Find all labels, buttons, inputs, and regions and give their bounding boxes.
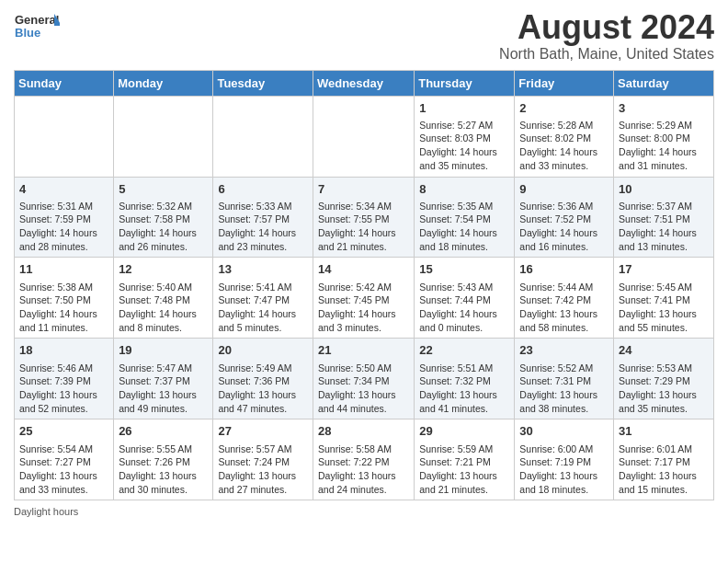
cell-content: Sunrise: 5:44 AM Sunset: 7:42 PM Dayligh… (519, 281, 609, 335)
title-block: August 2024 North Bath, Maine, United St… (499, 9, 714, 63)
cell-content: Sunrise: 5:29 AM Sunset: 8:00 PM Dayligh… (619, 119, 709, 173)
cell-content: Sunrise: 5:32 AM Sunset: 7:58 PM Dayligh… (119, 200, 208, 254)
cell-content: Sunrise: 5:45 AM Sunset: 7:41 PM Dayligh… (619, 281, 709, 335)
day-number: 8 (419, 181, 509, 198)
day-number: 12 (119, 261, 208, 278)
calendar-cell: 31Sunrise: 6:01 AM Sunset: 7:17 PM Dayli… (614, 419, 714, 500)
cell-content: Sunrise: 5:55 AM Sunset: 7:26 PM Dayligh… (119, 442, 208, 497)
cell-content: Sunrise: 5:51 AM Sunset: 7:32 PM Dayligh… (419, 362, 509, 416)
calendar-cell: 8Sunrise: 5:35 AM Sunset: 7:54 PM Daylig… (415, 177, 515, 258)
day-number: 14 (318, 261, 409, 278)
week-row-1: 1Sunrise: 5:27 AM Sunset: 8:03 PM Daylig… (15, 96, 714, 177)
day-number: 18 (19, 342, 108, 359)
calendar-cell: 13Sunrise: 5:41 AM Sunset: 7:47 PM Dayli… (213, 258, 313, 339)
cell-content: Sunrise: 5:28 AM Sunset: 8:02 PM Dayligh… (519, 119, 609, 173)
week-row-2: 4Sunrise: 5:31 AM Sunset: 7:59 PM Daylig… (15, 177, 714, 258)
calendar-cell: 6Sunrise: 5:33 AM Sunset: 7:57 PM Daylig… (213, 177, 313, 258)
calendar-cell: 30Sunrise: 6:00 AM Sunset: 7:19 PM Dayli… (515, 419, 614, 500)
cell-content: Sunrise: 5:58 AM Sunset: 7:22 PM Dayligh… (318, 442, 409, 497)
calendar-cell: 24Sunrise: 5:53 AM Sunset: 7:29 PM Dayli… (614, 339, 714, 419)
calendar-cell: 1Sunrise: 5:27 AM Sunset: 8:03 PM Daylig… (415, 96, 515, 177)
weekday-tuesday: Tuesday (213, 70, 313, 96)
calendar-cell: 9Sunrise: 5:36 AM Sunset: 7:52 PM Daylig… (515, 177, 614, 258)
calendar-cell: 10Sunrise: 5:37 AM Sunset: 7:51 PM Dayli… (614, 177, 714, 258)
calendar-cell: 29Sunrise: 5:59 AM Sunset: 7:21 PM Dayli… (415, 419, 515, 500)
calendar-cell (114, 96, 213, 177)
cell-content: Sunrise: 6:00 AM Sunset: 7:19 PM Dayligh… (519, 442, 609, 497)
header: General Blue August 2024 North Bath, Mai… (14, 9, 714, 63)
svg-text:General: General (15, 13, 59, 27)
week-row-5: 25Sunrise: 5:54 AM Sunset: 7:27 PM Dayli… (15, 419, 714, 500)
calendar-cell: 26Sunrise: 5:55 AM Sunset: 7:26 PM Dayli… (114, 419, 213, 500)
calendar-cell (313, 96, 414, 177)
day-number: 15 (419, 261, 509, 278)
weekday-wednesday: Wednesday (313, 70, 414, 96)
calendar-cell: 23Sunrise: 5:52 AM Sunset: 7:31 PM Dayli… (515, 339, 614, 419)
cell-content: Sunrise: 5:27 AM Sunset: 8:03 PM Dayligh… (419, 119, 509, 173)
cell-content: Sunrise: 5:33 AM Sunset: 7:57 PM Dayligh… (218, 200, 308, 254)
cell-content: Sunrise: 6:01 AM Sunset: 7:17 PM Dayligh… (619, 442, 709, 497)
cell-content: Sunrise: 5:35 AM Sunset: 7:54 PM Dayligh… (419, 200, 509, 254)
calendar-cell: 20Sunrise: 5:49 AM Sunset: 7:36 PM Dayli… (213, 339, 313, 419)
calendar-cell: 25Sunrise: 5:54 AM Sunset: 7:27 PM Dayli… (15, 419, 114, 500)
day-number: 1 (419, 100, 509, 117)
weekday-monday: Monday (114, 70, 213, 96)
day-number: 22 (419, 342, 509, 359)
day-number: 4 (19, 181, 108, 198)
cell-content: Sunrise: 5:50 AM Sunset: 7:34 PM Dayligh… (318, 362, 409, 416)
calendar-cell: 15Sunrise: 5:43 AM Sunset: 7:44 PM Dayli… (415, 258, 515, 339)
daylight-label: Daylight hours (14, 506, 78, 517)
day-number: 21 (318, 342, 409, 359)
day-number: 11 (19, 261, 108, 278)
cell-content: Sunrise: 5:59 AM Sunset: 7:21 PM Dayligh… (419, 442, 509, 497)
day-number: 25 (19, 423, 108, 440)
day-number: 31 (619, 423, 709, 440)
subtitle: North Bath, Maine, United States (499, 46, 714, 63)
calendar-body: 1Sunrise: 5:27 AM Sunset: 8:03 PM Daylig… (15, 96, 714, 500)
day-number: 27 (218, 423, 308, 440)
day-number: 20 (218, 342, 308, 359)
weekday-sunday: Sunday (15, 70, 114, 96)
logo: General Blue (14, 9, 60, 46)
svg-text:Blue: Blue (15, 26, 40, 40)
cell-content: Sunrise: 5:40 AM Sunset: 7:48 PM Dayligh… (119, 281, 208, 335)
week-row-3: 11Sunrise: 5:38 AM Sunset: 7:50 PM Dayli… (15, 258, 714, 339)
day-number: 19 (119, 342, 208, 359)
cell-content: Sunrise: 5:46 AM Sunset: 7:39 PM Dayligh… (19, 362, 108, 416)
calendar-cell: 4Sunrise: 5:31 AM Sunset: 7:59 PM Daylig… (15, 177, 114, 258)
calendar-cell: 16Sunrise: 5:44 AM Sunset: 7:42 PM Dayli… (515, 258, 614, 339)
cell-content: Sunrise: 5:31 AM Sunset: 7:59 PM Dayligh… (19, 200, 108, 254)
day-number: 9 (519, 181, 609, 198)
day-number: 16 (519, 261, 609, 278)
day-number: 5 (119, 181, 208, 198)
calendar-cell: 7Sunrise: 5:34 AM Sunset: 7:55 PM Daylig… (313, 177, 414, 258)
day-number: 2 (519, 100, 609, 117)
weekday-friday: Friday (515, 70, 614, 96)
day-number: 7 (318, 181, 409, 198)
cell-content: Sunrise: 5:41 AM Sunset: 7:47 PM Dayligh… (218, 281, 308, 335)
main-title: August 2024 (499, 9, 714, 46)
calendar-cell: 27Sunrise: 5:57 AM Sunset: 7:24 PM Dayli… (213, 419, 313, 500)
day-number: 6 (218, 181, 308, 198)
cell-content: Sunrise: 5:43 AM Sunset: 7:44 PM Dayligh… (419, 281, 509, 335)
cell-content: Sunrise: 5:52 AM Sunset: 7:31 PM Dayligh… (519, 362, 609, 416)
calendar-cell (213, 96, 313, 177)
day-number: 28 (318, 423, 409, 440)
day-number: 24 (619, 342, 709, 359)
day-number: 23 (519, 342, 609, 359)
calendar-cell: 17Sunrise: 5:45 AM Sunset: 7:41 PM Dayli… (614, 258, 714, 339)
calendar-cell: 3Sunrise: 5:29 AM Sunset: 8:00 PM Daylig… (614, 96, 714, 177)
cell-content: Sunrise: 5:36 AM Sunset: 7:52 PM Dayligh… (519, 200, 609, 254)
cell-content: Sunrise: 5:42 AM Sunset: 7:45 PM Dayligh… (318, 281, 409, 335)
day-number: 26 (119, 423, 208, 440)
cell-content: Sunrise: 5:37 AM Sunset: 7:51 PM Dayligh… (619, 200, 709, 254)
cell-content: Sunrise: 5:53 AM Sunset: 7:29 PM Dayligh… (619, 362, 709, 416)
day-number: 30 (519, 423, 609, 440)
calendar-cell: 12Sunrise: 5:40 AM Sunset: 7:48 PM Dayli… (114, 258, 213, 339)
calendar-cell: 14Sunrise: 5:42 AM Sunset: 7:45 PM Dayli… (313, 258, 414, 339)
weekday-thursday: Thursday (415, 70, 515, 96)
footer-note: Daylight hours (14, 506, 714, 517)
calendar-cell: 2Sunrise: 5:28 AM Sunset: 8:02 PM Daylig… (515, 96, 614, 177)
day-number: 17 (619, 261, 709, 278)
calendar-cell: 21Sunrise: 5:50 AM Sunset: 7:34 PM Dayli… (313, 339, 414, 419)
